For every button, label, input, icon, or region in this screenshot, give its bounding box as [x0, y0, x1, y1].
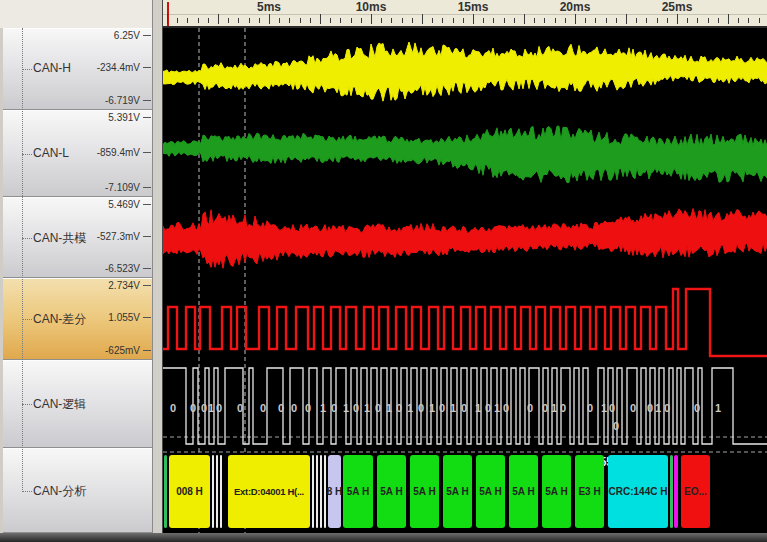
logic-bit-label: 1 — [715, 402, 721, 414]
ruler-tick — [259, 18, 260, 23]
logic-bit-label: 0 — [647, 402, 653, 414]
ruler-tick — [759, 18, 760, 23]
ruler-tick — [667, 18, 668, 23]
logic-bit-label: 1 — [450, 402, 456, 414]
time-ruler[interactable]: 5ms10ms15ms20ms25ms — [163, 0, 767, 28]
logic-bit-label: 0 — [439, 402, 445, 414]
logic-bit-label: 1 — [655, 402, 661, 414]
ruler-tick — [361, 18, 362, 23]
logic-bit-label: 0 — [331, 402, 337, 414]
decode-block[interactable]: 8 H — [328, 455, 341, 528]
channel-value-mid: 1.055V — [50, 312, 140, 323]
ruler-tick — [289, 18, 290, 23]
logic-bit-label: 0 — [664, 402, 670, 414]
ruler-tick — [279, 18, 280, 23]
logic-bit-label: 1 — [494, 402, 500, 414]
decode-block[interactable] — [670, 455, 673, 528]
channel-value-mid: -527.3mV — [50, 231, 140, 242]
ruler-tick — [187, 18, 188, 23]
ruler-tick — [249, 18, 250, 23]
ruler-tick — [422, 14, 423, 24]
decode-block[interactable] — [316, 455, 318, 528]
decode-block[interactable] — [320, 455, 322, 528]
scope-window: 5ms10ms15ms20ms25ms CAN-H6.25V-234.4mV-6… — [0, 0, 767, 542]
decode-block[interactable]: 5A H — [509, 455, 538, 528]
decode-block[interactable] — [324, 455, 326, 528]
ruler-tick — [687, 18, 688, 23]
logic-bit-label: 0 — [503, 402, 509, 414]
decode-block[interactable]: EO... — [681, 455, 710, 528]
waveform-area[interactable]: 255 008 HExt:D:04001 H(...8 H5A H5A H5A … — [163, 28, 767, 533]
tree-line — [22, 28, 23, 490]
corner-spacer — [0, 0, 152, 28]
ruler-tick — [269, 14, 270, 24]
logic-bit-label: 0 — [190, 402, 196, 414]
channel-label-can-analysis: CAN-分析 — [33, 483, 86, 500]
decode-block[interactable] — [212, 455, 214, 528]
logic-bit-label: 0 — [396, 402, 402, 414]
ruler-tick — [402, 18, 403, 23]
decode-block[interactable]: 5A H — [410, 455, 439, 528]
logic-bit-label: 0 — [694, 402, 700, 414]
decode-block[interactable]: E3 H — [575, 455, 604, 528]
logic-bit-label: 0 — [237, 402, 243, 414]
ruler-tick — [432, 18, 433, 23]
decode-block[interactable]: Ext:D:04001 H(... — [228, 455, 310, 528]
logic-bit-label: 0 — [630, 402, 636, 414]
tree-connector — [22, 491, 32, 492]
scale-tick — [143, 187, 151, 188]
decode-block[interactable]: 5A H — [377, 455, 406, 528]
decode-block[interactable]: 5A H — [542, 455, 571, 528]
ruler-tick — [228, 18, 229, 23]
decode-block[interactable] — [164, 455, 167, 528]
logic-bit-label: 1 — [407, 402, 413, 414]
logic-bit-label: 1 — [208, 402, 214, 414]
diff-trace — [163, 289, 767, 356]
tree-connector — [22, 404, 32, 405]
scale-tick — [143, 35, 151, 36]
logic-bit-label: 0 — [216, 402, 222, 414]
logic-bit-label: 0 — [305, 402, 311, 414]
ruler-tick — [218, 14, 219, 24]
logic-bit-label: 0 — [560, 402, 566, 414]
decode-block[interactable]: 5A H — [343, 455, 373, 528]
logic-bit-label: 0 — [485, 402, 491, 414]
logic-bit-label: 1 — [386, 402, 392, 414]
ruler-time-label: 20ms — [560, 0, 591, 14]
ruler-tick — [208, 18, 209, 23]
logic-bit-label: 0 — [278, 402, 284, 414]
decode-block[interactable] — [674, 455, 678, 528]
ruler-tick — [340, 18, 341, 23]
logic-bit-label: 0 — [542, 402, 548, 414]
logic-bit-label: 1 — [364, 402, 370, 414]
logic-bit-label: 1 — [601, 402, 607, 414]
ruler-tick — [657, 18, 658, 23]
scale-tick — [143, 67, 151, 68]
ruler-tick — [371, 14, 372, 24]
ruler-time-label: 10ms — [356, 0, 387, 14]
tree-connector — [22, 238, 32, 239]
scale-tick — [143, 268, 151, 269]
decode-block[interactable]: 008 H — [169, 455, 210, 528]
channel-value-mid: -234.4mV — [50, 62, 140, 73]
channel-value-mid: -859.4mV — [50, 147, 140, 158]
logic-bit-label: 0 — [613, 420, 619, 432]
logic-bit-label: 0 — [201, 402, 207, 414]
ruler-tick — [514, 18, 515, 23]
logic-bit-label: 1 — [551, 402, 557, 414]
decode-block[interactable] — [220, 455, 222, 528]
scale-tick — [143, 152, 151, 153]
ruler-tick — [738, 18, 739, 23]
channel-value-top: 2.734V — [50, 280, 140, 291]
decode-block[interactable]: CRC:144C H — [608, 455, 668, 528]
decode-block[interactable]: 5A H — [443, 455, 472, 528]
ruler-tick — [381, 18, 382, 23]
ruler-tick — [555, 18, 556, 23]
decode-block[interactable] — [312, 455, 314, 528]
sidebar-splitter[interactable] — [152, 0, 163, 533]
decode-block[interactable] — [216, 455, 218, 528]
ruler-tick — [198, 18, 199, 23]
ruler-tick — [310, 18, 311, 23]
decode-block[interactable]: 5A H — [476, 455, 505, 528]
ruler-tick — [595, 18, 596, 23]
